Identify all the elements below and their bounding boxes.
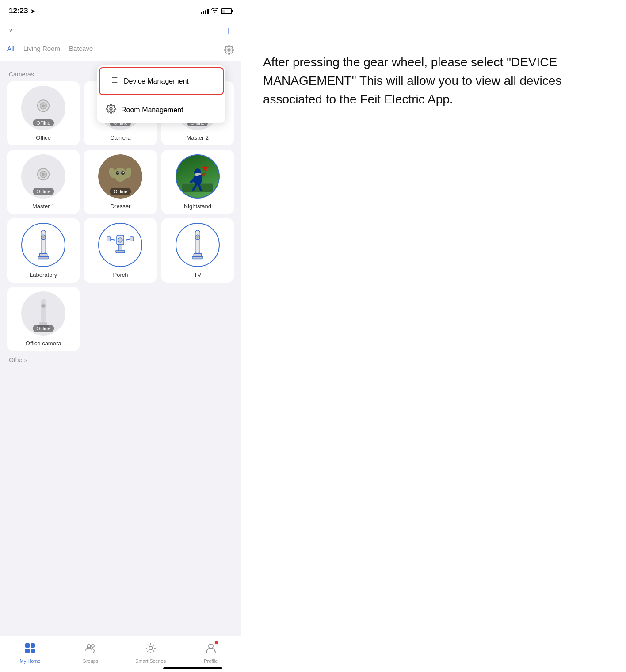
status-icons: [201, 8, 232, 15]
svg-rect-52: [195, 230, 200, 254]
svg-rect-57: [41, 299, 46, 322]
svg-rect-65: [31, 649, 35, 653]
svg-line-73: [147, 645, 148, 645]
nav-smart-scenes[interactable]: Smart Scenes: [121, 638, 181, 664]
wifi-icon: [211, 8, 218, 15]
others-section-title: Others: [9, 356, 234, 363]
device-name-master2: Master 2: [187, 134, 209, 141]
svg-rect-50: [118, 245, 122, 250]
device-name-office: Office: [36, 134, 51, 141]
device-circle-nightstand: [176, 154, 220, 199]
device-card-laboratory[interactable]: Laboratory: [7, 218, 80, 283]
navigation-icon: ➤: [31, 8, 35, 15]
device-circle-master1: Offline: [21, 154, 65, 199]
svg-rect-39: [41, 230, 46, 254]
device-card-master1[interactable]: Offline Master 1: [7, 150, 80, 214]
groups-label: Groups: [82, 658, 98, 664]
my-home-label: My Home: [20, 658, 41, 664]
groups-icon: [84, 642, 96, 657]
device-name-laboratory: Laboratory: [30, 271, 57, 278]
device-card-tv[interactable]: TV: [161, 218, 234, 283]
device-card-dresser[interactable]: Offline Dresser: [84, 150, 156, 214]
device-name-camera: Camera: [110, 134, 130, 141]
room-management-item[interactable]: Room Management: [97, 97, 225, 123]
nav-my-home[interactable]: My Home: [0, 638, 60, 664]
svg-rect-55: [194, 253, 202, 256]
device-card-nightstand[interactable]: Nightstand: [161, 150, 234, 214]
device-circle-tv: [176, 223, 220, 267]
svg-line-76: [147, 650, 148, 651]
svg-rect-62: [25, 643, 30, 648]
svg-point-68: [149, 646, 153, 650]
svg-point-27: [123, 172, 124, 173]
room-management-label: Room Management: [121, 106, 183, 114]
svg-point-21: [114, 168, 126, 182]
offline-badge-office-camera: Offline: [33, 325, 54, 332]
home-indicator: [163, 667, 222, 669]
svg-rect-56: [192, 256, 203, 259]
svg-line-75: [153, 645, 154, 645]
instruction-text: After pressing the gear wheel, please se…: [263, 53, 608, 109]
device-circle-office-camera: Offline: [21, 291, 65, 336]
gear-button[interactable]: [224, 45, 234, 57]
device-management-item[interactable]: Device Management: [99, 67, 224, 95]
profile-badge: [214, 641, 218, 645]
svg-point-10: [42, 105, 45, 107]
svg-point-7: [110, 107, 112, 110]
device-circle-dresser: Offline: [98, 154, 142, 199]
offline-badge-dresser: Offline: [110, 188, 131, 195]
svg-line-74: [153, 650, 154, 651]
device-card-office[interactable]: Offline Office: [7, 81, 80, 145]
device-management-label: Device Management: [124, 77, 189, 85]
device-name-office-camera: Office camera: [26, 340, 61, 347]
signal-icon: [201, 8, 209, 14]
chevron-down-icon: ∨: [9, 27, 13, 34]
device-card-porch[interactable]: Porch: [84, 218, 156, 283]
tab-bar: All Living Room Batcave: [0, 42, 241, 61]
tab-batcave[interactable]: Batcave: [69, 45, 93, 57]
svg-rect-64: [25, 649, 30, 653]
device-name-porch: Porch: [113, 271, 128, 278]
device-circle-office: Offline: [21, 86, 65, 130]
instruction-panel: After pressing the gear wheel, please se…: [241, 0, 626, 672]
svg-rect-43: [38, 256, 49, 259]
nav-profile-wrapper: Profile: [181, 638, 241, 664]
device-name-tv: TV: [194, 271, 202, 278]
tab-all[interactable]: All: [7, 45, 15, 57]
top-bar: ∨ +: [0, 19, 241, 42]
svg-point-67: [92, 645, 94, 647]
device-name-nightstand: Nightstand: [184, 203, 211, 210]
bottom-nav: My Home Groups: [0, 636, 241, 672]
nav-groups[interactable]: Groups: [60, 638, 120, 664]
svg-rect-49: [130, 237, 134, 241]
gear-small-icon: [106, 104, 116, 116]
svg-rect-63: [31, 643, 35, 648]
device-circle-laboratory: [21, 223, 65, 267]
nav-profile[interactable]: Profile: [204, 638, 218, 664]
svg-point-59: [42, 305, 45, 307]
device-card-office-camera[interactable]: Offline Office camera: [7, 287, 80, 351]
svg-marker-38: [202, 164, 209, 172]
list-icon: [109, 75, 118, 87]
dropdown-menu: Device Management Room Management: [97, 65, 225, 123]
offline-badge-master1: Offline: [33, 188, 54, 195]
time-display: 12:23: [9, 7, 28, 15]
offline-badge-office: Offline: [33, 119, 54, 126]
add-button[interactable]: +: [225, 25, 232, 36]
smart-scenes-icon: [145, 642, 156, 657]
home-selector[interactable]: ∨: [9, 27, 13, 34]
tab-living-room[interactable]: Living Room: [23, 45, 60, 57]
phone-frame: 12:23 ➤ ∨ + All Living Room Bat: [0, 0, 241, 672]
svg-rect-51: [116, 250, 125, 253]
svg-point-45: [118, 238, 122, 242]
svg-rect-48: [107, 237, 111, 241]
device-name-dresser: Dresser: [111, 203, 131, 210]
svg-point-0: [228, 49, 230, 51]
status-time: 12:23 ➤: [9, 7, 35, 15]
svg-point-26: [118, 172, 119, 173]
svg-point-19: [42, 173, 45, 176]
svg-rect-42: [39, 253, 47, 256]
smart-scenes-label: Smart Scenes: [135, 658, 166, 664]
svg-point-54: [196, 236, 198, 238]
battery-icon: [221, 8, 232, 14]
